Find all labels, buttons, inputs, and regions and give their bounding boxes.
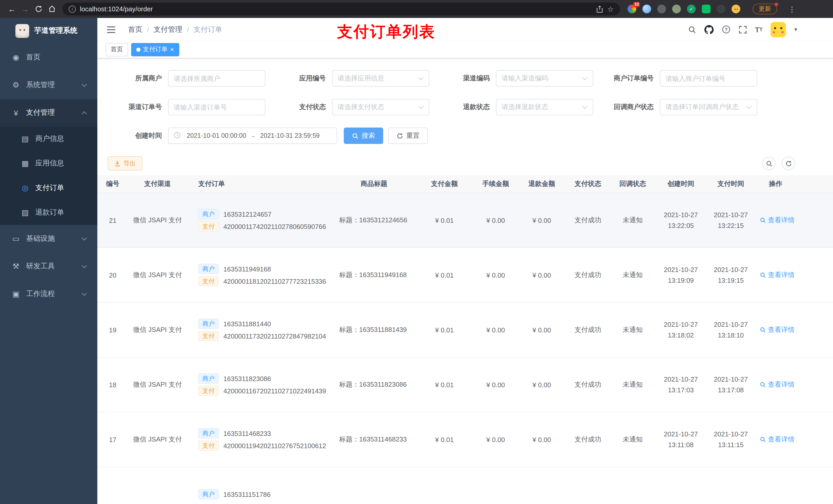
sidebar-item-infra[interactable]: ▭ 基础设施 (0, 225, 97, 253)
extension-chat-icon[interactable] (702, 5, 711, 13)
extension-drop-icon[interactable] (642, 5, 651, 13)
help-icon[interactable]: ? (722, 25, 731, 34)
filter-channel-order-label: 渠道订单号 (101, 102, 168, 112)
refund-doc-icon: ▨ (19, 208, 31, 217)
sidebar-item-workflow[interactable]: ▣ 工作流程 (0, 280, 97, 308)
export-button[interactable]: 导出 (108, 156, 142, 171)
browser-home-icon[interactable] (45, 2, 58, 16)
pay-tag: 支付 (198, 331, 219, 341)
channel-order-input[interactable] (168, 99, 265, 115)
fullscreen-icon[interactable] (739, 25, 747, 33)
main-area: 首页 / 支付管理 / 支付订单 支付订单列表 ? (97, 18, 833, 504)
app-select[interactable]: 请选择应用信息 (332, 70, 429, 87)
filter-refund-status: 退款状态 请选择退款状态 (429, 99, 593, 115)
payment-submenu: ▤ 商户信息 ▦ 应用信息 ◎ 支付订单 ▨ 退款订单 (0, 126, 97, 225)
reset-button[interactable]: 重置 (388, 127, 428, 144)
table-toolbar: 导出 (97, 156, 833, 171)
col-fee: 手续金额 (474, 179, 518, 189)
search-button[interactable]: 搜索 (344, 127, 383, 144)
view-detail-link[interactable]: 查看详情 (760, 270, 794, 280)
svg-text:?: ? (724, 27, 728, 32)
create-time-range-picker[interactable]: - (168, 127, 337, 144)
pay-status-select[interactable]: 请选择支付状态 (332, 99, 429, 115)
extension-puzzle-icon[interactable] (717, 5, 725, 13)
view-detail-link[interactable]: 查看详情 (760, 380, 794, 389)
breadcrumb-payment[interactable]: 支付管理 (154, 25, 182, 34)
github-icon[interactable] (705, 25, 714, 34)
sidebar-item-pay-order[interactable]: ◎ 支付订单 (0, 176, 97, 200)
tab-home[interactable]: 首页 (105, 43, 128, 56)
date-separator: - (252, 132, 254, 140)
filter-app-label: 应用编号 (265, 74, 332, 83)
callback-status-select[interactable]: 请选择订单回调商户状态 (660, 99, 757, 115)
font-size-icon[interactable]: TT (755, 25, 763, 33)
breadcrumb-home[interactable]: 首页 (128, 25, 142, 34)
table-row: 19 微信 JSAPI 支付 商户1635311881440 支付4200001… (97, 303, 833, 358)
chevron-down-icon (82, 82, 87, 87)
browser-refresh-icon[interactable] (32, 2, 45, 16)
app-title: 芋道管理系统 (34, 26, 77, 35)
profile-avatar-icon[interactable] (732, 5, 740, 13)
caret-down-icon[interactable]: ▾ (794, 26, 797, 33)
channel-order-field[interactable] (174, 103, 260, 111)
bookmark-star-icon[interactable]: ☆ (607, 5, 614, 13)
tab-close-icon[interactable]: × (170, 46, 174, 53)
sidebar-item-app-info[interactable]: ▦ 应用信息 (0, 151, 97, 176)
sidebar-collapse-icon[interactable] (106, 24, 117, 34)
browser-update-button[interactable]: 更新 (753, 4, 777, 14)
browser-url-bar[interactable]: i localhost:1024/pay/order ☆ (63, 3, 620, 15)
filter-owner-label: 所属商户 (101, 74, 168, 83)
col-refund: 退款金额 (518, 179, 566, 189)
sidebar-item-home[interactable]: ◉ 首页 (0, 44, 97, 71)
filter-create-time: 创建时间 - (101, 127, 337, 144)
merchant-order-input[interactable] (660, 70, 757, 87)
sidebar-item-refund-order[interactable]: ▨ 退款订单 (0, 200, 97, 225)
filter-row-3: 创建时间 - 搜索 重置 (101, 127, 833, 144)
merchant-tag: 商户 (198, 209, 219, 219)
refund-status-select[interactable]: 请选择退款状态 (496, 99, 593, 115)
filter-channel-order: 渠道订单号 (101, 99, 265, 115)
date-start-field[interactable] (184, 132, 249, 139)
sidebar-item-system[interactable]: ⚙ 系统管理 (0, 71, 97, 99)
channel-code-select[interactable]: 请输入渠道编码 (496, 70, 593, 87)
sidebar-logo[interactable]: 芋道管理系统 (0, 18, 97, 44)
extension-check-icon[interactable]: ✓ (687, 5, 696, 13)
merchant-tag: 商户 (198, 374, 219, 384)
filter-refund-status-label: 退款状态 (429, 102, 496, 112)
search-icon[interactable] (688, 25, 696, 33)
browser-back-icon[interactable]: ← (5, 2, 19, 16)
tab-pay-order[interactable]: 支付订单 × (131, 43, 179, 56)
gear-icon: ⚙ (10, 80, 22, 90)
view-detail-link[interactable]: 查看详情 (760, 325, 794, 334)
merchant-order-field[interactable] (665, 74, 752, 82)
sidebar-item-payment[interactable]: ¥ 支付管理 (0, 99, 97, 126)
cell-pay-order: 商户1635311823086 支付4200001167202110271022… (187, 371, 333, 398)
view-detail-link[interactable]: 查看详情 (760, 216, 794, 225)
sidebar-item-merchant-info[interactable]: ▤ 商户信息 (0, 126, 97, 151)
owner-merchant-input[interactable] (168, 70, 265, 87)
extension-gray-icon[interactable] (657, 5, 666, 13)
extension-colorful-icon[interactable]: 10 (627, 5, 636, 13)
update-notification-dot (775, 3, 778, 6)
view-detail-link[interactable]: 查看详情 (760, 435, 794, 444)
merchant-tag: 商户 (198, 318, 219, 329)
filter-row-1: 所属商户 应用编号 请选择应用信息 渠道编码 请输入渠道编码 (101, 70, 833, 87)
browser-chrome: ← → i localhost:1024/pay/order ☆ 10 ✓ (0, 0, 833, 18)
owner-merchant-field[interactable] (174, 74, 260, 82)
browser-forward-icon[interactable]: → (19, 2, 32, 16)
info-icon[interactable]: i (69, 5, 76, 13)
filter-merchant-order-label: 商户订单编号 (593, 74, 660, 83)
browser-menu-icon[interactable]: ⋮ (788, 5, 795, 13)
col-pay-time: 支付时间 (706, 178, 756, 190)
chevron-down-icon (82, 235, 87, 240)
clock-icon (174, 131, 181, 140)
sidebar-item-devtools[interactable]: ⚒ 研发工具 (0, 253, 97, 280)
table-refresh-button[interactable] (782, 157, 795, 170)
date-end-field[interactable] (257, 132, 323, 139)
user-avatar[interactable] (771, 22, 786, 37)
breadcrumb-separator: / (147, 25, 149, 33)
share-icon[interactable] (597, 5, 603, 13)
pay-tag: 支付 (198, 276, 219, 286)
table-search-toggle-button[interactable] (762, 157, 776, 170)
extension-olive-icon[interactable] (672, 5, 681, 13)
